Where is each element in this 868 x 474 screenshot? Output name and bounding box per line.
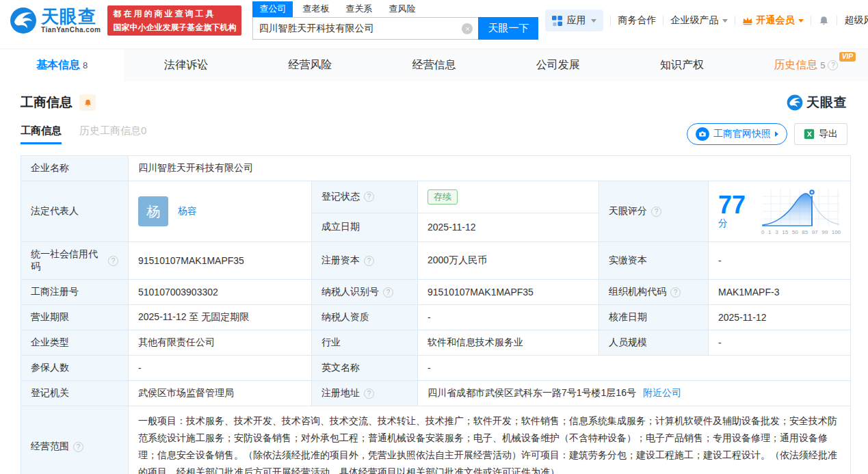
- help-icon[interactable]: ?: [383, 287, 393, 298]
- business-term-value: 2025-11-12 至 无固定期限: [129, 305, 312, 330]
- apps-label: 应用: [566, 14, 586, 27]
- reg-number-label: 工商注册号: [21, 280, 129, 305]
- reg-address-cell: 四川省成都市武侯区武科东一路7号1号楼1层16号 附近公司: [418, 381, 851, 406]
- tab-operation-risk[interactable]: 经营风险: [248, 49, 372, 81]
- taxpayer-quality-label: 纳税人资质: [312, 305, 418, 330]
- paid-capital-value: -: [709, 242, 851, 280]
- reg-address-label: 注册地址?: [312, 381, 418, 406]
- table-row: 工商注册号 510107003903302 纳税人识别号? 91510107MA…: [21, 280, 851, 305]
- tab-basic-count: 8: [83, 60, 88, 70]
- company-type-label: 企业类型: [21, 330, 129, 356]
- business-scope-value: 一般项目：技术服务、技术开发、技术咨询、技术交流、技术转让、技术推广；软件开发；…: [129, 406, 851, 474]
- taxpayer-id-label: 纳税人识别号?: [312, 280, 418, 305]
- help-icon[interactable]: ?: [364, 192, 374, 202]
- notification-bell[interactable]: [818, 15, 830, 27]
- tab-company-development[interactable]: 公司发展: [496, 49, 620, 81]
- tianyancha-logo[interactable]: 天眼查 TianYanCha.com: [10, 7, 101, 34]
- subtab-history-business-info[interactable]: 历史工商信息0: [79, 124, 146, 144]
- help-icon[interactable]: ?: [108, 256, 118, 266]
- subtab-business-info[interactable]: 工商信息: [21, 124, 62, 144]
- industry-value: 软件和信息技术服务业: [418, 330, 599, 356]
- reg-capital-label: 注册资本?: [312, 242, 418, 280]
- status-badge: 存续: [428, 189, 458, 205]
- company-name-label: 企业名称: [21, 156, 129, 181]
- search-tab-company[interactable]: 查公司: [252, 1, 293, 17]
- reg-number-value: 510107003903302: [129, 280, 312, 305]
- bell-icon: [83, 98, 92, 107]
- tab-legal-lawsuits[interactable]: 法律诉讼: [124, 49, 248, 81]
- credit-code-label: 统一社会信用代码?: [21, 242, 129, 280]
- score-axis-labels: 01 315 5085 9799 100: [761, 229, 841, 235]
- tab-intellectual-property[interactable]: 知识产权: [620, 49, 744, 81]
- promo-line2: 国家中小企业发展子基金旗下机构: [113, 22, 236, 34]
- company-type-value: 其他有限责任公司: [129, 330, 312, 356]
- export-button[interactable]: 导出: [794, 123, 847, 145]
- apps-menu[interactable]: 应用: [545, 10, 603, 31]
- insured-count-value: -: [129, 356, 312, 381]
- promo-badge: 都在用的商业查询工具 国家中小企业发展子基金旗下机构: [107, 5, 241, 36]
- header-menu: 应用 商务合作 企业级产品 开通会员 超级风...: [545, 10, 868, 31]
- business-info-card: 工商信息 天眼查 工商信息 历史工商信息0: [0, 94, 868, 474]
- nearby-companies-link[interactable]: 附近公司: [643, 387, 681, 399]
- help-icon[interactable]: ?: [73, 442, 83, 452]
- arrow-right-icon: [775, 131, 778, 137]
- business-info-table: 企业名称 四川智胜天开科技有限公司 法定代表人 杨 杨容 登记状态? 存续 天眼…: [21, 155, 851, 474]
- reg-status-label: 登记状态?: [312, 181, 418, 213]
- english-name-value: -: [418, 356, 851, 381]
- crown-icon: [742, 16, 753, 25]
- menu-enterprise[interactable]: 企业级产品: [670, 14, 728, 27]
- menu-super-risk[interactable]: 超级风...: [844, 14, 868, 27]
- reg-status-value: 存续: [418, 181, 599, 213]
- score-cell: 77分: [709, 181, 851, 242]
- excel-icon: [804, 129, 815, 140]
- tianyancha-logo-icon: [787, 94, 803, 111]
- paid-capital-label: 实缴资本: [599, 242, 709, 280]
- brand-domain: TianYanCha.com: [41, 27, 101, 34]
- tab-history-info[interactable]: VIP 历史信息 5 ?: [744, 49, 868, 81]
- camera-icon: [696, 127, 709, 141]
- promo-line1: 都在用的商业查询工具: [113, 8, 236, 20]
- table-row: 法定代表人 杨 杨容 登记状态? 存续 天眼评分? 77分: [21, 181, 851, 213]
- help-icon[interactable]: ?: [364, 256, 374, 266]
- company-name-value: 四川智胜天开科技有限公司: [129, 156, 851, 181]
- score-curve-chart: 01 315 5085 9799 100: [761, 187, 841, 235]
- search-button[interactable]: 天眼一下: [478, 17, 538, 40]
- search-tab-relation[interactable]: 查关系: [339, 1, 379, 17]
- help-icon[interactable]: ?: [651, 207, 661, 217]
- english-name-label: 英文名称: [312, 356, 418, 381]
- search-input[interactable]: [259, 23, 462, 34]
- search-tab-risk[interactable]: 查风险: [382, 1, 422, 17]
- search-tab-boss[interactable]: 查老板: [295, 1, 336, 17]
- reg-authority-value: 武侯区市场监督管理局: [129, 381, 312, 406]
- official-snapshot-button[interactable]: 工商官网快照: [687, 123, 787, 145]
- menu-vip[interactable]: 开通会员: [742, 14, 804, 27]
- help-icon[interactable]: ?: [828, 60, 838, 70]
- reg-address-value: 四川省成都市武侯区武科东一路7号1号楼1层16号: [428, 387, 636, 399]
- tab-basic-info[interactable]: 基本信息 8: [0, 49, 124, 81]
- industry-label: 行业: [312, 330, 418, 356]
- monitor-bell-button[interactable]: [79, 94, 96, 111]
- legal-rep-link[interactable]: 杨容: [178, 205, 197, 218]
- score-value: 77: [718, 191, 746, 219]
- help-icon[interactable]: ?: [364, 389, 374, 399]
- menu-cooperation[interactable]: 商务合作: [618, 14, 656, 27]
- search-tabs: 查公司 查老板 查关系 查风险: [252, 1, 538, 17]
- clear-search-icon[interactable]: ×: [462, 23, 473, 34]
- section-title: 工商信息: [21, 94, 73, 111]
- establish-date-label: 成立日期: [312, 213, 418, 241]
- table-row: 参保人数 - 英文名称 -: [21, 356, 851, 381]
- chevron-down-icon: [798, 19, 804, 23]
- brand-name: 天眼查: [41, 8, 101, 25]
- establish-date-value: 2025-11-12: [418, 213, 599, 241]
- chevron-down-icon: [722, 19, 728, 23]
- help-icon[interactable]: ?: [670, 287, 681, 298]
- table-row: 登记机关 武侯区市场监督管理局 注册地址? 四川省成都市武侯区武科东一路7号1号…: [21, 381, 851, 406]
- business-term-label: 营业期限: [21, 305, 129, 330]
- credit-code-value: 91510107MAK1MAPF35: [129, 242, 312, 280]
- org-code-label: 组织机构代码?: [599, 280, 709, 305]
- tab-operation-info[interactable]: 经营信息: [372, 49, 496, 81]
- staff-size-value: -: [709, 330, 851, 356]
- taxpayer-quality-value: -: [418, 305, 599, 330]
- score-label: 天眼评分?: [599, 181, 709, 242]
- chevron-down-icon: [591, 19, 596, 23]
